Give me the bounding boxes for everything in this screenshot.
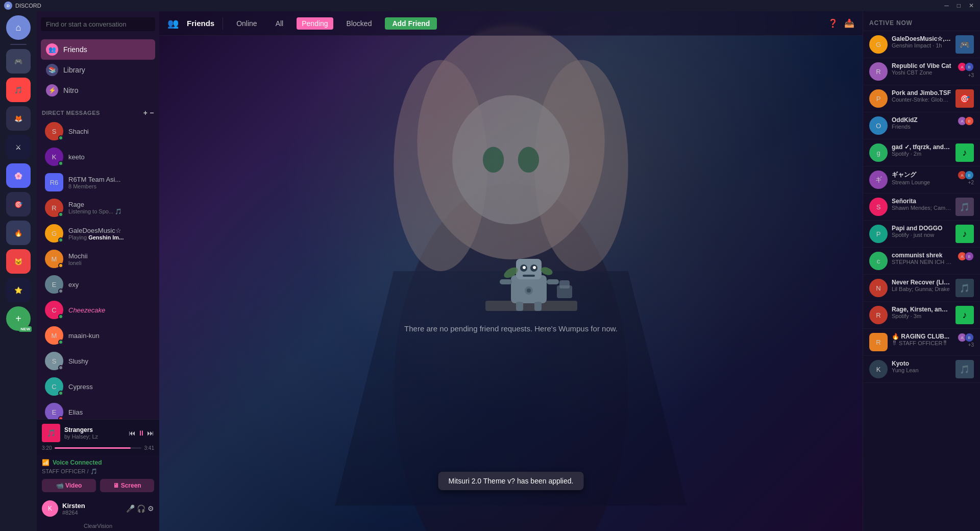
discord-logo: D — [4, 2, 12, 10]
dm-item-shachi[interactable]: S Shachi — [41, 119, 155, 143]
active-thumb-gad: ♪ — [955, 143, 974, 162]
server-icon-6[interactable]: 🎯 — [6, 192, 31, 216]
active-item-raging[interactable]: R 🔥 RAGING CLUB... 🎖 STAFF OFFICER🎖 A B … — [863, 329, 980, 356]
next-button[interactable]: ⏭ — [147, 429, 154, 437]
dm-info-maain: maain-kun — [68, 332, 100, 340]
wumpus-container: There are no pending friend requests. He… — [404, 234, 618, 333]
active-name-pork: Pork and Jimbo.TSF — [892, 89, 951, 96]
maximize-button[interactable]: □ — [955, 2, 963, 9]
friends-header-icon: 👥 — [167, 18, 179, 29]
dm-name-mochii: Mochii — [68, 252, 88, 260]
dm-item-elias[interactable]: E Elias — [41, 400, 155, 419]
dm-item-cypress[interactable]: C Cypress — [41, 374, 155, 399]
inbox-icon[interactable]: 📥 — [844, 18, 854, 28]
dm-item-gale[interactable]: G GaleDoesMusic☆ Playing Genshin Im... — [41, 221, 155, 246]
minimize-button[interactable]: ─ — [942, 2, 951, 9]
search-bar — [37, 11, 159, 37]
active-thumb-papi: ♪ — [955, 225, 974, 243]
play-pause-button[interactable]: ⏸ — [138, 429, 145, 437]
server-icon-7[interactable]: 🔥 — [6, 221, 31, 245]
friends-content: There are no pending friend requests. He… — [159, 36, 863, 531]
playback-controls[interactable]: ⏮ ⏸ ⏭ — [129, 429, 154, 437]
settings-button[interactable]: ⚙ — [148, 504, 154, 513]
active-name-never: Never Recover (Lil Baby & Gu... — [892, 279, 951, 286]
active-detail-republic: Yoshi CBT Zone — [892, 69, 953, 76]
friends-nav-item[interactable]: 👥 Friends — [41, 39, 155, 60]
svg-rect-24 — [559, 280, 570, 288]
dm-info-rage: Rage Listening to Spo... 🎵 — [68, 201, 122, 215]
nitro-nav-item[interactable]: ⚡ Nitro — [41, 80, 155, 101]
progress-bar[interactable] — [55, 447, 141, 449]
active-thumb-pork: 🎯 — [955, 89, 974, 108]
prev-button[interactable]: ⏮ — [129, 429, 136, 437]
status-dot-keeto — [58, 161, 63, 166]
tab-online[interactable]: Online — [231, 17, 262, 30]
active-item-papi[interactable]: P Papi and DOGGO Spotify · just now ♪ — [863, 221, 980, 248]
server-icon-1[interactable]: 🎮 — [6, 49, 31, 74]
add-friend-button[interactable]: Add Friend — [385, 17, 437, 30]
screen-button[interactable]: 🖥 Screen — [100, 479, 154, 492]
dm-item-mochii[interactable]: M Mochii loneli — [41, 247, 155, 271]
server-sidebar: ⌂ 🎮 🎵 🦊 ⚔ 🌸 🎯 🔥 🐱 ⭐ + NEW — [0, 11, 37, 531]
server-icon-3[interactable]: 🦊 — [6, 106, 31, 131]
active-item-gad[interactable]: g gad ✓, tfqrzk, and 2 others Spotify · … — [863, 139, 980, 166]
home-button[interactable]: ⌂ — [6, 15, 31, 40]
new-badge: NEW — [19, 326, 32, 332]
active-avatar-rage-kirsten: R — [869, 306, 888, 324]
server-icon-5[interactable]: 🌸 — [6, 163, 31, 188]
server-icon-8[interactable]: 🐱 — [6, 249, 31, 274]
collapse-dm-button[interactable]: − — [150, 109, 154, 117]
active-item-oddkidz[interactable]: O OddKidZ Friends A B — [863, 112, 980, 139]
active-item-pork[interactable]: P Pork and Jimbo.TSF Counter-Strike: Glo… — [863, 85, 980, 112]
dm-info-r6tm: R6TM Team Asi... 8 Members — [68, 176, 120, 189]
user-info: Kirsten #8264 — [62, 502, 122, 516]
active-item-republic[interactable]: R Republic of Vibe Cat Yoshi CBT Zone A … — [863, 58, 980, 85]
active-thumb-rage-kirsten: ♪ — [955, 306, 974, 324]
server-icon-4[interactable]: ⚔ — [6, 135, 31, 159]
svg-rect-17 — [500, 279, 512, 284]
tab-pending[interactable]: Pending — [297, 17, 333, 30]
dm-item-keeto[interactable]: K keeto — [41, 144, 155, 169]
active-item-gang[interactable]: ギ ギャング Stream Lounge A B +2 — [863, 166, 980, 194]
track-art: 🎵 — [42, 424, 60, 442]
active-name-shrek: communist shrek — [892, 252, 953, 259]
status-dot-exy — [58, 288, 63, 294]
active-detail-gad: Spotify · 2m — [892, 151, 951, 157]
active-item-shrek[interactable]: c communist shrek STEPHAN NEIN ICH STUDI… — [863, 248, 980, 275]
dm-item-cheezecake[interactable]: C Cheezecake — [41, 298, 155, 322]
dm-item-rage[interactable]: R Rage Listening to Spo... 🎵 — [41, 196, 155, 220]
active-item-senorita[interactable]: S Señorita Shawn Mendes; Camila Cabello … — [863, 194, 980, 221]
library-icon: 📚 — [46, 64, 58, 76]
search-input[interactable] — [41, 17, 155, 31]
window-controls[interactable]: ─ □ ✕ — [942, 2, 976, 9]
add-dm-button[interactable]: + — [143, 109, 148, 117]
video-button[interactable]: 📹 Video — [42, 479, 96, 492]
tab-blocked[interactable]: Blocked — [341, 17, 377, 30]
help-icon[interactable]: ❓ — [828, 18, 838, 28]
active-avatar-papi: P — [869, 225, 888, 243]
active-item-rage-kirsten[interactable]: R Rage, Kirsten, and 3 others Spotify · … — [863, 302, 980, 329]
dm-avatar-cheezecake: C — [45, 301, 63, 319]
dm-item-maain[interactable]: M maain-kun — [41, 323, 155, 348]
server-icon-9[interactable]: ⭐ — [6, 278, 31, 302]
library-nav-item[interactable]: 📚 Library — [41, 60, 155, 80]
active-name-gad: gad ✓, tfqrzk, and 2 others — [892, 143, 951, 151]
active-detail-gang: Stream Lounge — [892, 179, 953, 185]
dm-list: S Shachi K keeto R6 — [37, 119, 159, 419]
dm-info-slushy: Slushy — [68, 357, 88, 365]
active-item-kyoto[interactable]: K Kyoto Yung Lean 🎵 — [863, 356, 980, 383]
dm-name-cheezecake: Cheezecake — [68, 306, 105, 314]
server-icon-2[interactable]: 🎵 — [6, 78, 31, 102]
active-name-papi: Papi and DOGGO — [892, 225, 951, 232]
status-dot-maain — [58, 340, 63, 345]
dm-item-r6tm[interactable]: R6 R6TM Team Asi... 8 Members — [41, 170, 155, 195]
mute-button[interactable]: 🎤 — [126, 504, 135, 513]
deafen-button[interactable]: 🎧 — [137, 504, 145, 513]
close-button[interactable]: ✕ — [967, 2, 976, 9]
dm-item-slushy[interactable]: S Slushy — [41, 349, 155, 373]
active-item-never[interactable]: N Never Recover (Lil Baby & Gu... Lil Ba… — [863, 275, 980, 302]
active-item-gale[interactable]: G GaleDoesMusic☆, Axer_ite, ... Genshin … — [863, 31, 980, 58]
dm-item-exy[interactable]: E exy — [41, 272, 155, 297]
tab-all[interactable]: All — [271, 17, 289, 30]
active-detail-gale: Genshin Impact · 1h — [892, 42, 951, 49]
